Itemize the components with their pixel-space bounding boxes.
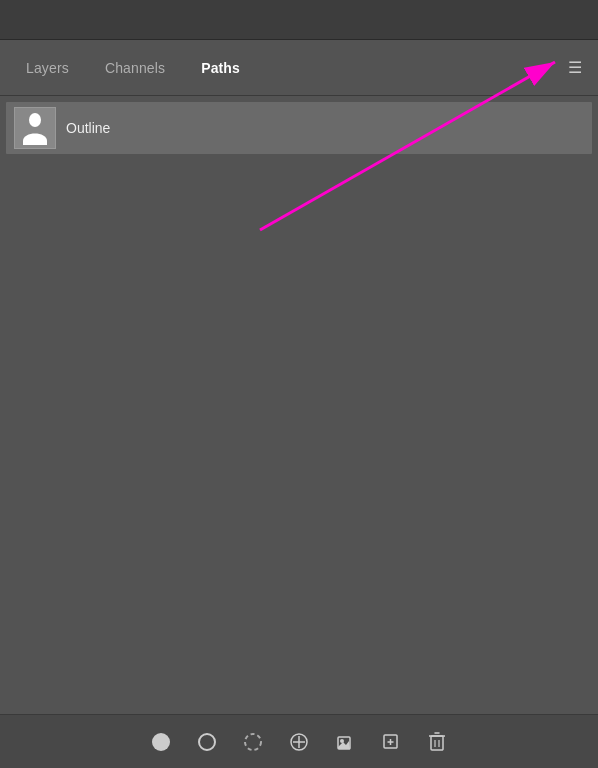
mask-rect-icon bbox=[335, 732, 355, 752]
path-thumbnail bbox=[14, 107, 56, 149]
paths-list: Outline bbox=[0, 96, 598, 714]
svg-point-0 bbox=[29, 113, 41, 127]
svg-point-4 bbox=[199, 734, 215, 750]
make-path-button[interactable] bbox=[286, 729, 312, 755]
svg-point-5 bbox=[245, 734, 261, 750]
delete-path-button[interactable] bbox=[424, 729, 450, 755]
add-layer-icon bbox=[381, 732, 401, 752]
tab-row: Layers Channels Paths ☰ bbox=[0, 40, 598, 96]
tab-paths[interactable]: Paths bbox=[183, 40, 258, 95]
svg-point-3 bbox=[152, 733, 170, 751]
tab-layers[interactable]: Layers bbox=[8, 40, 87, 95]
path-item-label: Outline bbox=[66, 120, 110, 136]
top-bar bbox=[0, 0, 598, 40]
fill-circle-icon bbox=[151, 732, 171, 752]
new-path-button[interactable] bbox=[378, 729, 404, 755]
path-item-outline[interactable]: Outline bbox=[6, 102, 592, 154]
target-icon bbox=[289, 732, 309, 752]
bottom-toolbar bbox=[0, 714, 598, 768]
panel-menu-icon[interactable]: ☰ bbox=[562, 56, 588, 80]
load-selection-button[interactable] bbox=[240, 729, 266, 755]
svg-rect-14 bbox=[431, 736, 443, 750]
stroke-circle-icon bbox=[197, 732, 217, 752]
person-silhouette-icon bbox=[20, 111, 50, 145]
stroke-path-button[interactable] bbox=[194, 729, 220, 755]
fill-path-button[interactable] bbox=[148, 729, 174, 755]
paths-panel: Layers Channels Paths ☰ Outline bbox=[0, 0, 598, 768]
tab-channels[interactable]: Channels bbox=[87, 40, 183, 95]
add-mask-button[interactable] bbox=[332, 729, 358, 755]
dashed-circle-icon bbox=[243, 732, 263, 752]
trash-icon bbox=[427, 731, 447, 753]
